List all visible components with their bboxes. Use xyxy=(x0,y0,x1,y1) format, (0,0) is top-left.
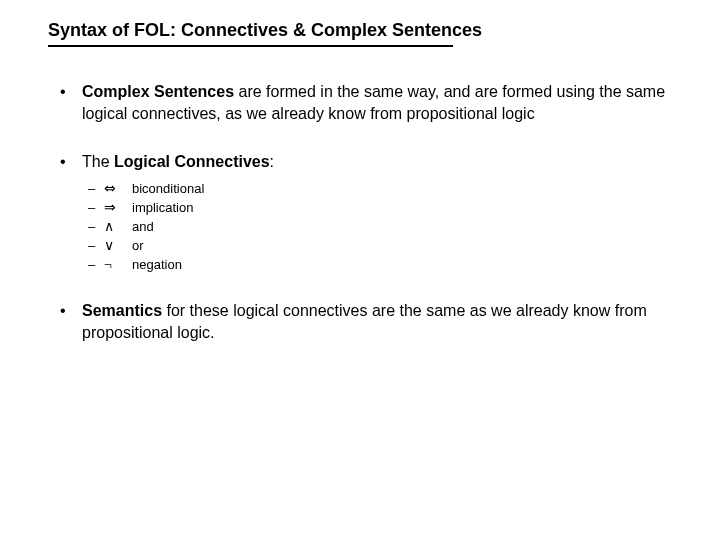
dash-marker: – xyxy=(82,179,104,198)
connective-symbol: ⇔ xyxy=(104,179,132,198)
dash-marker: – xyxy=(82,217,104,236)
bullet-text: Complex Sentences are formed in the same… xyxy=(82,81,680,125)
connective-symbol: ¬ xyxy=(104,255,132,274)
connective-item: – ¬ negation xyxy=(82,255,680,274)
dash-marker: – xyxy=(82,255,104,274)
bullet-complex-sentences: • Complex Sentences are formed in the sa… xyxy=(48,81,680,125)
connective-symbol: ∨ xyxy=(104,236,132,255)
bullet-bold-lead: Complex Sentences xyxy=(82,83,234,100)
bullet-text: Semantics for these logical connectives … xyxy=(82,300,680,344)
connective-symbol: ∧ xyxy=(104,217,132,236)
connectives-list: – ⇔ biconditional – ⇒ implication – ∧ an… xyxy=(82,179,680,274)
bullet-post: : xyxy=(270,153,274,170)
bullet-logical-connectives: • The Logical Connectives: – ⇔ biconditi… xyxy=(48,151,680,274)
connective-label: negation xyxy=(132,255,680,274)
bullet-marker: • xyxy=(48,300,82,344)
bullet-bold-lead: Semantics xyxy=(82,302,162,319)
connective-symbol: ⇒ xyxy=(104,198,132,217)
connective-item: – ∨ or xyxy=(82,236,680,255)
bullet-text: The Logical Connectives: – ⇔ bicondition… xyxy=(82,151,680,274)
connective-label: biconditional xyxy=(132,179,680,198)
bullet-marker: • xyxy=(48,81,82,125)
connective-label: implication xyxy=(132,198,680,217)
bullet-pre: The xyxy=(82,153,114,170)
title-underline xyxy=(48,45,453,47)
connective-label: and xyxy=(132,217,680,236)
connective-item: – ⇒ implication xyxy=(82,198,680,217)
connective-item: – ⇔ biconditional xyxy=(82,179,680,198)
bullet-semantics: • Semantics for these logical connective… xyxy=(48,300,680,344)
dash-marker: – xyxy=(82,198,104,217)
bullet-rest: for these logical connectives are the sa… xyxy=(82,302,647,341)
connective-label: or xyxy=(132,236,680,255)
slide-title: Syntax of FOL: Connectives & Complex Sen… xyxy=(48,20,680,41)
connective-item: – ∧ and xyxy=(82,217,680,236)
bullet-bold: Logical Connectives xyxy=(114,153,270,170)
dash-marker: – xyxy=(82,236,104,255)
bullet-marker: • xyxy=(48,151,82,274)
